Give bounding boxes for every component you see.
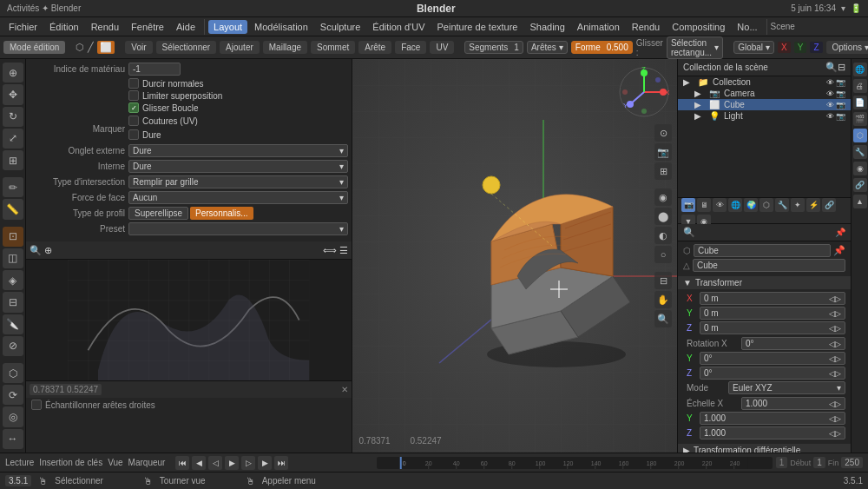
tab-texture-paint[interactable]: Peinture de texture — [432, 20, 523, 34]
zoom-tool[interactable]: 🔍 — [654, 310, 672, 327]
jump-start-btn[interactable]: ⏮ — [175, 456, 189, 470]
outliner-item-collection[interactable]: ▶ 📁 Collection 👁 📷 — [678, 76, 851, 88]
tool-smooth[interactable]: ◎ — [3, 406, 23, 426]
x-axis-toggle[interactable]: X — [778, 42, 791, 53]
mode-btn[interactable]: Mode édition — [3, 41, 65, 54]
global-dropdown[interactable]: Global▾ — [733, 41, 774, 54]
data-props-icon[interactable]: ▲ — [853, 195, 867, 208]
close-icon[interactable]: ✕ — [341, 385, 348, 394]
menu-fichier[interactable]: Fichier — [3, 20, 43, 34]
props-search-input[interactable] — [699, 228, 832, 237]
uv-btn[interactable]: UV — [430, 41, 454, 54]
limiter-checkbox[interactable] — [128, 90, 139, 101]
viewport-3d[interactable]: X Z Y ⊙ 📷 ⊞ ◉ ⬤ ◐ ○ — [352, 59, 678, 453]
tool-inset[interactable]: ◫ — [3, 248, 23, 268]
mode-dropdown[interactable]: Euler XYZ▾ — [728, 381, 845, 394]
prop-icon-render[interactable]: 📷 — [681, 198, 695, 212]
dure-checkbox[interactable] — [128, 129, 139, 140]
props-pin-icon[interactable]: 📌 — [835, 228, 845, 237]
superellipse-btn[interactable]: Superellipse — [128, 207, 188, 220]
cam-vis-icon[interactable]: 👁 — [826, 89, 834, 98]
zoom-icon2[interactable]: ⊕ — [44, 245, 52, 256]
tool-knife[interactable]: 🔪 — [3, 314, 23, 334]
output-props-icon[interactable]: 🖨 — [853, 79, 867, 93]
jump-end-btn[interactable]: ⏭ — [274, 456, 288, 470]
selection-dropdown[interactable]: Sélection rectangu...▾ — [667, 36, 723, 59]
pos-y-field[interactable]: 0 m ◁▷ — [700, 307, 845, 320]
zoom-fit[interactable]: ⊟ — [654, 272, 672, 289]
tool-measure[interactable]: 📏 — [3, 199, 23, 219]
prop-icon-scene[interactable]: 🌐 — [728, 198, 742, 212]
vis-icon[interactable]: 👁 — [826, 78, 834, 87]
menu-rendu[interactable]: Rendu — [86, 20, 124, 34]
scene2-icon[interactable]: 🎬 — [853, 112, 867, 126]
rot-x-field[interactable]: 0° ◁▷ — [741, 337, 845, 350]
shading-material[interactable]: ◐ — [654, 227, 672, 244]
shading-solid[interactable]: ⬤ — [654, 208, 672, 225]
type-int-dropdown[interactable]: Remplir par grille▾ — [128, 175, 348, 188]
face-icon[interactable]: ⬜ — [97, 41, 115, 54]
tool-edge-slide[interactable]: ↔ — [3, 429, 23, 449]
outliner-item-cube[interactable]: ▶ ⬜ Cube 👁 📷 — [678, 99, 851, 110]
xray-toggle[interactable]: ◉ — [654, 188, 672, 206]
voir-btn[interactable]: Voir — [125, 41, 152, 54]
tab-sculpture[interactable]: Sculpture — [315, 20, 365, 34]
current-frame[interactable]: 1 — [776, 457, 788, 468]
pos-x-field[interactable]: 0 m ◁▷ — [700, 292, 845, 305]
y-axis-toggle[interactable]: Y — [794, 42, 807, 53]
type-dropdown[interactable]: Arêtes▾ — [527, 41, 568, 54]
z-axis-toggle[interactable]: Z — [810, 42, 822, 53]
constraint-icon[interactable]: 🔗 — [853, 178, 867, 192]
expand-icon[interactable]: ⟺ — [323, 245, 337, 256]
prop-icon-object[interactable]: ⬡ — [760, 198, 773, 212]
outliner-filter-icon[interactable]: ⊟ — [838, 62, 845, 73]
personnalis-btn[interactable]: Personnalis... — [190, 207, 253, 220]
ajouter-btn[interactable]: Ajouter — [220, 41, 260, 54]
tab-compositing[interactable]: Compositing — [667, 20, 730, 34]
timeline-ruler[interactable]: 0 20 40 60 80 100 120 140 160 180 200 22… — [377, 457, 772, 469]
modifier-props-icon[interactable]: 🔧 — [853, 145, 867, 159]
view-layer-icon[interactable]: 📄 — [853, 96, 867, 109]
cube-render-icon[interactable]: 📷 — [836, 101, 845, 109]
next-frame-btn[interactable]: ▶ — [258, 456, 272, 470]
transform-diff-header[interactable]: ▶ Transformation différentielle — [678, 444, 851, 453]
options-btn[interactable]: Options ▾ — [826, 41, 869, 54]
rot-y-field[interactable]: 0° ◁▷ — [700, 352, 845, 365]
tool-poly-build[interactable]: ⬡ — [3, 363, 23, 383]
tool-bisect[interactable]: ⊘ — [3, 336, 23, 356]
tool-move[interactable]: ✥ — [3, 84, 23, 104]
outliner-item-camera[interactable]: ▶ 📷 Camera 👁 📷 — [678, 88, 851, 99]
tab-layout[interactable]: Layout — [208, 20, 247, 34]
cam-render-icon[interactable]: 📷 — [836, 89, 845, 98]
play-btn[interactable]: ▶ — [225, 456, 239, 470]
prop-icon-view[interactable]: 👁 — [713, 198, 727, 212]
fin-field[interactable]: 250 — [841, 457, 863, 468]
rot-z-field[interactable]: 0° ◁▷ — [700, 367, 845, 380]
light-vis-icon[interactable]: 👁 — [826, 112, 834, 121]
scale-z-field[interactable]: 1.000 ◁▷ — [700, 426, 845, 439]
tool-bevel[interactable]: ◈ — [3, 270, 23, 290]
echantillonner-checkbox[interactable] — [31, 400, 42, 410]
onglet-ext-dropdown[interactable]: Dure▾ — [128, 144, 348, 157]
prop-icon-output[interactable]: 🖥 — [697, 198, 711, 212]
data-name-input[interactable] — [693, 259, 845, 272]
tool-spin[interactable]: ⟳ — [3, 385, 23, 405]
next-keyframe-btn[interactable]: ▷ — [241, 456, 255, 470]
face-btn[interactable]: Face — [395, 41, 426, 54]
material-props-icon[interactable]: ◉ — [853, 162, 867, 175]
pos-z-field[interactable]: 0 m ◁▷ — [700, 321, 845, 334]
prop-icon-constraints[interactable]: 🔗 — [822, 198, 836, 212]
onglet-int-dropdown[interactable]: Dure▾ — [128, 160, 348, 173]
forme-dropdown[interactable]: Forme 0.500 — [571, 41, 633, 54]
prev-frame-btn[interactable]: ◀ — [192, 456, 206, 470]
tool-extrude[interactable]: ⊡ — [3, 227, 23, 247]
prop-icon-physics[interactable]: ⚡ — [806, 198, 820, 212]
tab-shading[interactable]: Shading — [524, 20, 569, 34]
object-props-icon[interactable]: ⬡ — [853, 129, 867, 142]
shading-render[interactable]: ○ — [654, 246, 672, 263]
force-face-dropdown[interactable]: Aucun▾ — [128, 191, 348, 204]
camera-view[interactable]: 📷 — [654, 143, 672, 161]
indice-input[interactable] — [128, 63, 181, 76]
transformer-header[interactable]: ▼ Transformer — [678, 276, 851, 289]
pan-tool[interactable]: ✋ — [654, 291, 672, 308]
